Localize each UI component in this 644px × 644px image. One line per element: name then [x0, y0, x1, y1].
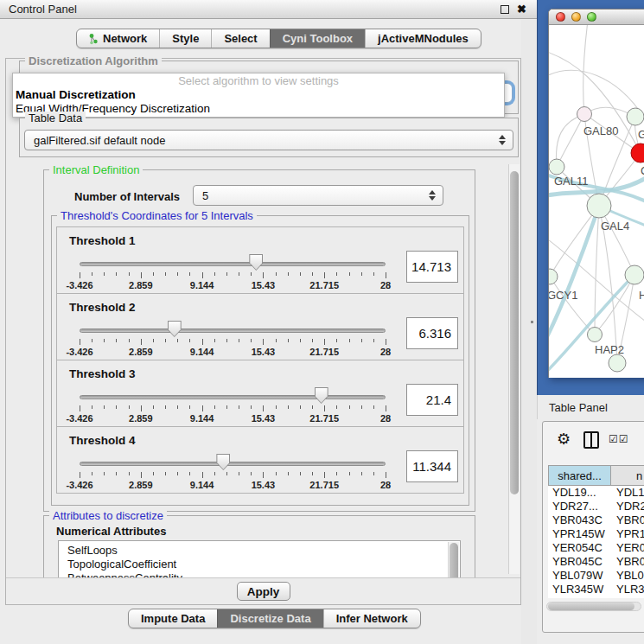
table-cell: YBL0: [611, 569, 644, 583]
network-node[interactable]: [627, 108, 644, 125]
tab-network[interactable]: Network: [77, 29, 159, 48]
axis-tick: [312, 339, 313, 342]
slider-track[interactable]: [80, 462, 386, 466]
combo-spinner-icon[interactable]: [498, 135, 506, 145]
axis-tick-label: 15.43: [241, 347, 284, 357]
table-cell: YLR3: [611, 583, 644, 596]
zoom-traffic-light-icon[interactable]: [587, 12, 596, 22]
dropdown-option[interactable]: Manual Discretization: [13, 88, 504, 102]
slider-thumb[interactable]: [315, 387, 328, 404]
gear-icon[interactable]: ⚙: [557, 430, 571, 449]
axis-tick: [116, 272, 117, 276]
panel-scrollbar-thumb[interactable]: [510, 171, 519, 494]
column-header-2[interactable]: n: [611, 465, 644, 486]
close-icon[interactable]: ✖: [517, 3, 526, 16]
table-data-combobox[interactable]: galFiltered.sif default node: [24, 130, 513, 150]
bottom-tab-impute-data[interactable]: Impute Data: [129, 609, 217, 628]
panel-splitter[interactable]: [521, 20, 537, 644]
list-scrollbar[interactable]: [448, 542, 459, 577]
minimize-traffic-light-icon[interactable]: [571, 12, 581, 22]
table-row[interactable]: YDR27...YDR2: [548, 500, 644, 513]
slider-thumb[interactable]: [168, 321, 182, 337]
axis-tick-label: -3.426: [58, 480, 101, 490]
network-window[interactable]: GAL80GACGAL11GAL4GCY1HHAP2: [548, 9, 644, 378]
table-horizontal-scrollbar[interactable]: [546, 602, 641, 611]
list-scrollbar-thumb[interactable]: [450, 543, 458, 577]
dropdown-option[interactable]: Equal Width/Frequency Discretization: [13, 102, 504, 116]
table-row[interactable]: YBR043CYBR0: [548, 513, 644, 527]
slider-thumb[interactable]: [249, 254, 263, 271]
node-label: GAL11: [554, 175, 589, 188]
splitter-handle[interactable]: [531, 321, 533, 323]
axis-tick: [153, 339, 154, 342]
table-scrollbar-thumb[interactable]: [548, 603, 634, 610]
table-row[interactable]: YDL19...YDL1: [548, 486, 644, 500]
table-row[interactable]: YIL053CYIL0: [548, 596, 644, 598]
threshold-value-field[interactable]: 11.344: [406, 450, 458, 482]
attribute-item[interactable]: BetweennessCentrality: [67, 571, 460, 577]
split-columns-icon[interactable]: [583, 431, 599, 449]
axis-tick: [202, 472, 203, 478]
threshold-value-field[interactable]: 6.316: [406, 317, 458, 349]
axis-tick: [153, 405, 154, 409]
network-node[interactable]: [549, 269, 558, 284]
axis-tick: [116, 405, 117, 409]
table-panel-title: Table Panel: [538, 401, 608, 414]
slider-track[interactable]: [80, 262, 386, 266]
tab-jactivemnodules[interactable]: jActiveMNodules: [365, 29, 481, 48]
axis-tick-label: 9.144: [181, 480, 224, 490]
attribute-item[interactable]: SelfLoops: [67, 544, 460, 558]
bottom-tab-infer-network[interactable]: Infer Network: [323, 609, 420, 628]
axis-tick: [214, 272, 215, 276]
table-row[interactable]: YLR345WYLR3: [548, 583, 644, 596]
attributes-listbox[interactable]: SelfLoopsTopologicalCoefficientBetweenne…: [58, 540, 461, 577]
network-canvas[interactable]: GAL80GACGAL11GAL4GCY1HHAP2: [549, 25, 644, 378]
float-window-icon[interactable]: [501, 5, 509, 14]
tab-cyni-toolbox[interactable]: Cyni Toolbox: [270, 29, 365, 48]
axis-tick: [251, 472, 252, 475]
axis-tick: [226, 405, 227, 409]
network-window-titlebar[interactable]: [549, 10, 644, 25]
table-cell: YDR2: [611, 500, 644, 513]
network-node[interactable]: [577, 107, 592, 122]
table-cell: YBL079W: [548, 569, 611, 583]
threshold-panel-4: Threshold 4-3.4262.8599.14415.4321.71528…: [56, 426, 464, 494]
axis-tick-label: -3.426: [58, 280, 101, 290]
slider-track[interactable]: [80, 395, 386, 399]
close-traffic-light-icon[interactable]: [556, 12, 565, 22]
checkbox-columns-icon[interactable]: ☑☑: [609, 433, 629, 445]
tab-select[interactable]: Select: [211, 29, 269, 48]
table-row[interactable]: YBR045CYBR0: [548, 555, 644, 569]
network-node[interactable]: [587, 194, 611, 218]
network-node[interactable]: [631, 143, 644, 163]
node-table: shared...n YDL19...YDL1YDR27...YDR2YBR04…: [548, 465, 644, 598]
bottom-tab-discretize-data[interactable]: Discretize Data: [217, 609, 322, 628]
axis-tick: [239, 405, 239, 409]
table-row[interactable]: YER054CYER0: [548, 541, 644, 555]
table-row[interactable]: YPR145WYPR1: [548, 527, 644, 541]
table-row[interactable]: YBL079WYBL0: [548, 569, 644, 583]
table-cell: YIL0: [611, 596, 644, 598]
combo-spinner-icon[interactable]: [428, 190, 436, 201]
table-cell: YBR0: [611, 555, 644, 569]
slider-thumb[interactable]: [216, 454, 230, 470]
threshold-label: Threshold 2: [69, 301, 136, 314]
threshold-value-field[interactable]: 14.713: [406, 251, 458, 283]
network-node[interactable]: [549, 159, 564, 175]
axis-tick: [189, 272, 190, 276]
apply-button[interactable]: Apply: [237, 582, 290, 601]
attribute-item[interactable]: TopologicalCoefficient: [67, 558, 460, 571]
network-node[interactable]: [588, 328, 603, 342]
panel-scrollbar[interactable]: [508, 164, 520, 574]
network-node[interactable]: [625, 265, 644, 284]
axis-tick: [80, 272, 80, 278]
number-of-intervals-combobox[interactable]: 5: [193, 185, 443, 206]
thresholds-group: Threshold's Coordinates for 5 Intervals …: [51, 215, 469, 506]
threshold-value-field[interactable]: 21.4: [406, 384, 458, 416]
network-node[interactable]: [609, 354, 626, 372]
axis-tick: [129, 339, 130, 342]
tab-style[interactable]: Style: [159, 29, 211, 48]
column-header-1[interactable]: shared...: [548, 465, 611, 486]
slider-track[interactable]: [80, 328, 386, 333]
axis-tick-label: 9.144: [181, 280, 224, 290]
